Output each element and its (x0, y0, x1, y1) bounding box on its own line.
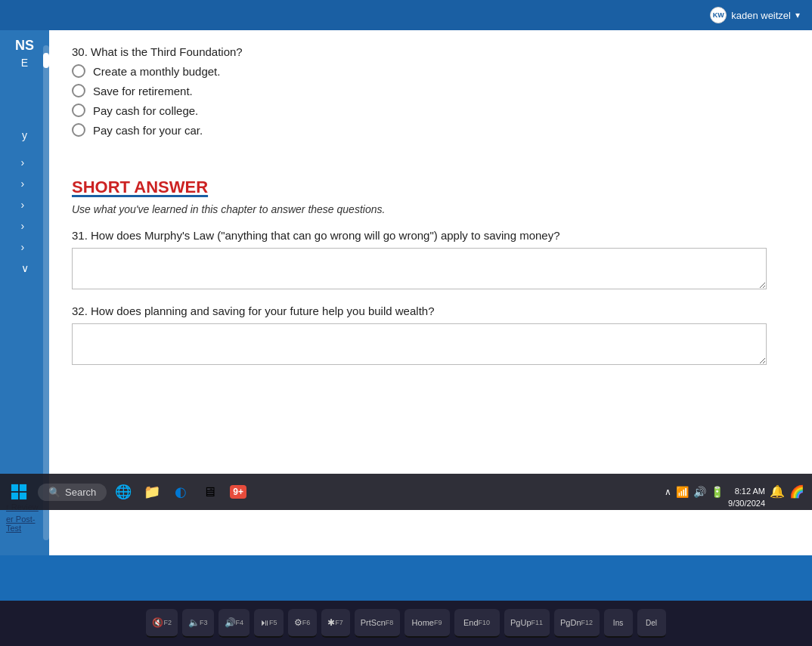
option-1[interactable]: Create a monthly budget. (72, 64, 767, 78)
radio-circle-3[interactable] (72, 104, 85, 117)
search-label[interactable]: Search (65, 487, 96, 498)
option-4[interactable]: Pay cash for your car. (72, 123, 767, 137)
taskbar-right: ∧ 📶 🔊 🔋 8:12 AM 9/30/2024 🔔 🌈 (665, 474, 812, 509)
chevron-2[interactable]: › (21, 178, 29, 190)
short-answer-instruction: Use what you've learned in this chapter … (72, 203, 767, 215)
key-pgdn[interactable]: PgDn F12 (554, 609, 600, 638)
question-30-label: What is the Third Foundation? (91, 45, 243, 58)
notification-bell-icon[interactable]: 🔔 (770, 484, 785, 499)
radio-circle-1[interactable] (72, 64, 85, 78)
taskbar-icons: 🌐 📁 ◐ 🖥 9+ (113, 481, 665, 502)
user-name: kaden weitzel (731, 10, 791, 21)
answer-box-31[interactable] (72, 248, 767, 289)
answer-box-32[interactable] (72, 323, 767, 365)
radio-circle-4[interactable] (72, 123, 85, 137)
key-settings[interactable]: ⚙ F6 (288, 609, 317, 638)
svg-rect-3 (20, 493, 26, 499)
key-play-pause[interactable]: ⏯ F5 (254, 609, 284, 638)
question-32-number: 32. (72, 304, 88, 317)
taskbar-app-badge[interactable]: 9+ (228, 481, 249, 502)
chevron-4[interactable]: › (21, 220, 29, 232)
start-button[interactable] (0, 484, 38, 500)
option-3[interactable]: Pay cash for college. (72, 104, 767, 117)
key-mute[interactable]: 🔇 F2 (146, 609, 178, 638)
sidebar-label-y: y (22, 129, 27, 141)
key-vol-down[interactable]: 🔈 F3 (182, 609, 214, 638)
option-2[interactable]: Save for retirement. (72, 84, 767, 97)
volume-icon[interactable]: 🔊 (693, 486, 706, 498)
badge-notification: 9+ (230, 485, 246, 499)
key-del[interactable]: Del (637, 609, 666, 638)
question-30-number: 30. (72, 45, 88, 58)
taskbar-teams-icon[interactable]: 🖥 (199, 481, 220, 502)
question-31-text: 31. How does Murphy's Law ("anything tha… (72, 229, 767, 242)
battery-icon: 🔋 (711, 486, 724, 498)
question-30-text: 30. What is the Third Foundation? (72, 45, 767, 58)
chevron-up-icon[interactable]: ∧ (665, 487, 671, 497)
dropdown-arrow-icon[interactable]: ▾ (795, 10, 800, 20)
svg-rect-1 (20, 484, 26, 491)
question-31-label: How does Murphy's Law ("anything that ca… (91, 229, 560, 242)
chevron-down[interactable]: ∨ (21, 262, 29, 274)
sidebar-label-ns: NS (15, 38, 34, 54)
taskbar-search[interactable]: 🔍 Search (38, 484, 107, 501)
option-2-text: Save for retirement. (93, 85, 193, 97)
user-info: KW kaden weitzel ▾ (710, 7, 800, 23)
key-prtscn[interactable]: PrtScn F8 (355, 609, 400, 638)
key-end[interactable]: End F10 (454, 609, 500, 638)
system-tray: ∧ 📶 🔊 🔋 (665, 486, 724, 498)
top-bar: KW kaden weitzel ▾ (0, 0, 812, 30)
option-4-text: Pay cash for your car. (93, 124, 203, 137)
key-pgup[interactable]: PgUp F11 (504, 609, 550, 638)
key-vol-up[interactable]: 🔊 F4 (218, 609, 250, 638)
colorful-icon: 🌈 (789, 484, 804, 499)
radio-circle-2[interactable] (72, 84, 85, 97)
chevron-5[interactable]: › (21, 241, 29, 253)
question-30: 30. What is the Third Foundation? Create… (72, 45, 767, 137)
key-ins[interactable]: Ins (604, 609, 633, 638)
wifi-icon: 📶 (676, 486, 689, 498)
kw-logo-icon: KW (710, 7, 727, 23)
keyboard-area: 🔇 F2 🔈 F3 🔊 F4 ⏯ F5 ⚙ F6 ✱ F7 PrtScn F8 … (0, 601, 812, 646)
search-icon: 🔍 (48, 487, 60, 498)
question-31-number: 31. (72, 229, 88, 242)
svg-rect-0 (11, 484, 18, 491)
taskbar-network-icon[interactable]: 🌐 (113, 481, 134, 502)
taskbar-explorer-icon[interactable]: 📁 (141, 481, 163, 502)
short-answer-section: SHORT ANSWER Use what you've learned in … (72, 178, 767, 365)
question-31: 31. How does Murphy's Law ("anything tha… (72, 229, 767, 289)
question-32-text: 32. How does planning and saving for you… (72, 304, 767, 317)
sidebar-link-post-test[interactable]: er Post-Test (6, 515, 49, 533)
chevron-3[interactable]: › (21, 199, 29, 211)
clock[interactable]: 8:12 AM 9/30/2024 (728, 474, 765, 509)
chevron-1[interactable]: › (21, 156, 29, 168)
sidebar-label-e: E (21, 57, 28, 69)
taskbar-edge-icon[interactable]: ◐ (170, 481, 191, 502)
option-1-text: Create a monthly budget. (93, 65, 220, 78)
key-home[interactable]: Home F9 (404, 609, 450, 638)
taskbar: 🔍 Search 🌐 📁 ◐ 🖥 9+ ∧ 📶 🔊 🔋 8:12 AM 9/30… (0, 474, 812, 510)
svg-rect-2 (11, 493, 18, 499)
question-32: 32. How does planning and saving for you… (72, 304, 767, 365)
option-3-text: Pay cash for college. (93, 104, 198, 117)
question-32-label: How does planning and saving for your fu… (91, 304, 434, 317)
short-answer-heading: SHORT ANSWER (72, 178, 767, 197)
sidebar-chevrons: › › › › › ∨ (21, 156, 29, 274)
key-star[interactable]: ✱ F7 (321, 609, 350, 638)
